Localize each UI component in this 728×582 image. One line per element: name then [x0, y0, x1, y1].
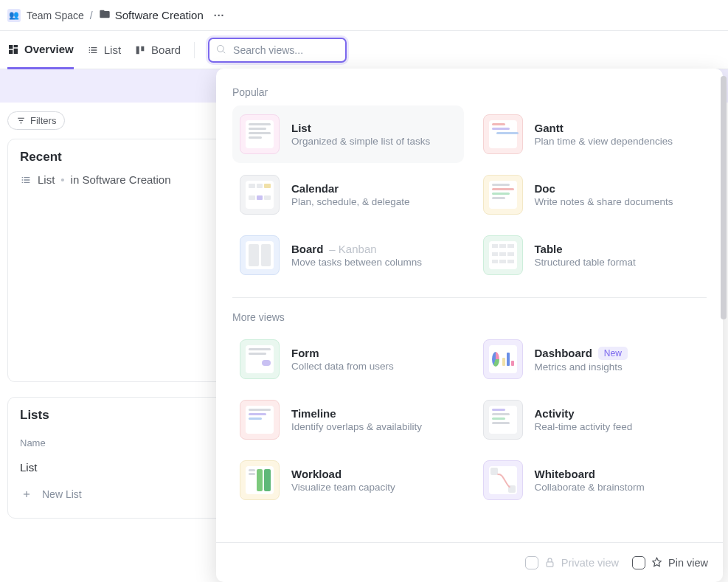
section-more: More views — [232, 311, 707, 323]
list-icon — [87, 44, 99, 56]
view-title: Board – Kanban — [291, 243, 422, 255]
svg-point-0 — [218, 45, 224, 52]
board-thumb-icon — [240, 235, 280, 275]
workload-thumb-icon — [240, 460, 280, 500]
recent-item-name: List — [38, 173, 55, 186]
search-views-input[interactable] — [208, 38, 347, 63]
scrollbar-thumb[interactable] — [721, 76, 727, 319]
view-option-gantt[interactable]: Gantt Plan time & view dependencies — [476, 105, 707, 163]
view-option-dashboard[interactable]: Dashboard New Metrics and insights — [476, 330, 707, 388]
tab-overview-label: Overview — [24, 43, 74, 55]
view-sub: Collaborate & brainstorm — [535, 482, 645, 493]
section-popular: Popular — [232, 86, 707, 98]
lock-icon — [544, 557, 555, 568]
breadcrumb-more-button[interactable]: ··· — [214, 10, 225, 21]
calendar-thumb-icon — [240, 175, 280, 215]
view-option-workload[interactable]: Workload Visualize team capacity — [232, 451, 464, 509]
tab-separator — [194, 42, 195, 58]
plus-icon — [21, 489, 32, 499]
tab-board-label: Board — [151, 44, 181, 56]
dot-separator: • — [60, 173, 64, 186]
view-option-doc[interactable]: Doc Write notes & share documents — [476, 166, 707, 224]
view-option-table[interactable]: Table Structured table format — [476, 226, 707, 284]
view-sub: Organized & simple list of tasks — [291, 136, 430, 147]
pin-icon — [651, 557, 662, 568]
view-sub: Visualize team capacity — [291, 482, 395, 493]
tab-list-label: List — [104, 44, 121, 56]
grid-icon — [7, 44, 19, 55]
view-title: Activity — [535, 407, 633, 420]
views-popover-scroll[interactable]: Popular List Organized & simple list of … — [216, 69, 723, 542]
view-option-timeline[interactable]: Timeline Identify overlaps & availabilit… — [232, 391, 464, 448]
view-sub: Metrics and insights — [535, 361, 628, 373]
filter-icon — [16, 116, 26, 125]
popover-footer: Private view Pin view — [216, 542, 723, 582]
view-sub: Identify overlaps & availability — [291, 421, 422, 432]
view-sub: Move tasks between columns — [291, 257, 422, 268]
view-option-whiteboard[interactable]: Whiteboard Collaborate & brainstorm — [476, 451, 707, 509]
view-tabs: Overview List Board — [0, 31, 728, 69]
filters-button-label: Filters — [30, 115, 56, 126]
pin-view-label: Pin view — [668, 557, 708, 569]
doc-thumb-icon — [483, 175, 523, 215]
view-title: Dashboard New — [535, 347, 628, 360]
filters-button[interactable]: Filters — [7, 111, 65, 130]
view-title: Timeline — [291, 407, 422, 420]
checkbox-icon — [525, 556, 538, 569]
activity-thumb-icon — [483, 400, 523, 440]
tab-board[interactable]: Board — [134, 31, 181, 69]
dashboard-thumb-icon — [483, 339, 523, 379]
view-title: Gantt — [535, 122, 673, 134]
breadcrumb-team[interactable]: Team Space — [27, 10, 84, 21]
view-title: Doc — [535, 182, 673, 195]
list-icon — [20, 174, 32, 186]
svg-line-1 — [223, 51, 226, 53]
section-divider — [232, 297, 707, 298]
table-thumb-icon — [483, 235, 523, 275]
breadcrumb: 👥 Team Space / Software Creation ··· — [0, 0, 728, 31]
view-title: Form — [291, 347, 394, 359]
view-sub: Plan, schedule, & delegate — [291, 196, 410, 207]
new-list-label: New List — [42, 488, 82, 500]
view-option-activity[interactable]: Activity Real-time activity feed — [476, 391, 707, 448]
board-icon — [134, 44, 146, 56]
view-sub: Structured table format — [535, 257, 636, 268]
tab-overview[interactable]: Overview — [7, 31, 74, 69]
folder-icon — [99, 8, 111, 22]
new-badge: New — [598, 347, 628, 360]
svg-rect-7 — [547, 562, 553, 567]
team-space-icon: 👥 — [7, 9, 21, 22]
private-view-toggle[interactable]: Private view — [525, 556, 619, 569]
timeline-thumb-icon — [240, 400, 280, 440]
tab-list[interactable]: List — [87, 31, 121, 69]
search-views-wrap — [208, 38, 347, 63]
search-icon — [215, 44, 226, 57]
private-view-label: Private view — [561, 557, 619, 569]
view-option-form[interactable]: Form Collect data from users — [232, 330, 464, 388]
view-sub: Collect data from users — [291, 361, 394, 372]
view-title: List — [291, 122, 430, 134]
breadcrumb-folder[interactable]: Software Creation — [115, 9, 204, 21]
view-option-calendar[interactable]: Calendar Plan, schedule, & delegate — [232, 166, 464, 224]
view-title: Whiteboard — [535, 468, 645, 480]
gantt-thumb-icon — [483, 114, 523, 154]
view-title: Calendar — [291, 182, 410, 195]
breadcrumb-separator: / — [90, 10, 93, 21]
view-sub: Real-time activity feed — [535, 421, 633, 432]
view-option-board[interactable]: Board – Kanban Move tasks between column… — [232, 226, 464, 284]
list-thumb-icon — [240, 114, 280, 154]
whiteboard-thumb-icon — [483, 460, 523, 500]
view-sub: Plan time & view dependencies — [535, 136, 673, 147]
recent-item-location: in Software Creation — [71, 173, 171, 186]
checkbox-icon — [632, 556, 645, 569]
form-thumb-icon — [240, 339, 280, 379]
pin-view-toggle[interactable]: Pin view — [632, 556, 708, 569]
kanban-suffix: – Kanban — [329, 243, 376, 255]
view-option-list[interactable]: List Organized & simple list of tasks — [232, 105, 464, 163]
view-title: Workload — [291, 468, 395, 480]
view-sub: Write notes & share documents — [535, 196, 673, 207]
views-popover: Popular List Organized & simple list of … — [216, 69, 723, 582]
view-title: Table — [535, 243, 636, 255]
